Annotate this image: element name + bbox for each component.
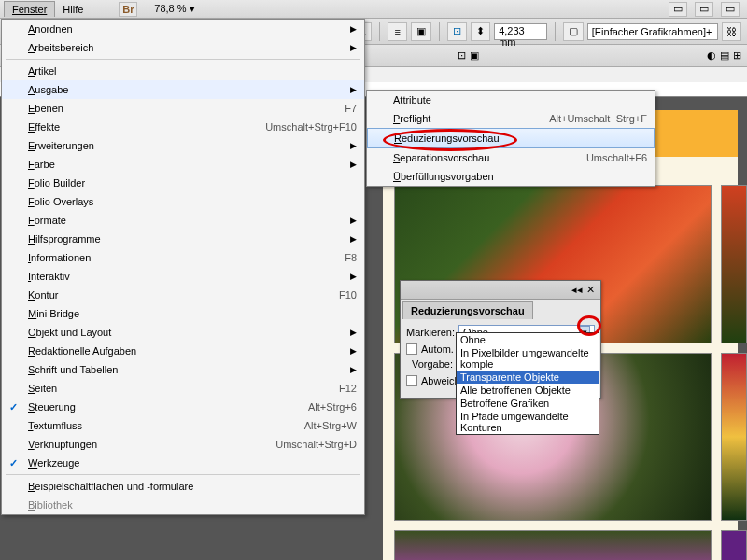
menu-item[interactable]: Beispielschaltflächen und -formulare: [2, 477, 364, 496]
menu-item[interactable]: EffekteUmschalt+Strg+F10: [2, 118, 364, 136]
menu-item[interactable]: EbenenF7: [2, 99, 364, 118]
option-item[interactable]: Betroffene Grafiken: [457, 397, 599, 410]
menu-fenster[interactable]: Fenster: [4, 1, 55, 17]
menu-item[interactable]: Ausgabe▶: [2, 80, 364, 99]
close-icon[interactable]: ✕: [586, 284, 595, 296]
option-item[interactable]: Transparente Objekte: [457, 371, 599, 384]
menu-item[interactable]: Mini Bridge: [2, 304, 364, 323]
frame-style-combo[interactable]: [Einfacher Grafikrahmen]+: [587, 23, 718, 40]
align-icon[interactable]: ≡: [388, 22, 407, 41]
image-frame[interactable]: [721, 353, 747, 521]
option-item[interactable]: Ohne: [457, 333, 599, 346]
menu-item[interactable]: TextumflussAlt+Strg+W: [2, 416, 364, 435]
collapse-icon[interactable]: ◂◂: [571, 284, 583, 296]
menubar: Fenster Hilfe Br 78,8 % ▾ ▭ ▭ ▭: [0, 0, 747, 19]
panel-header[interactable]: ◂◂ ✕: [401, 281, 600, 300]
menu-item[interactable]: ✓Werkzeuge: [2, 454, 364, 472]
menu-item[interactable]: Formate▶: [2, 211, 364, 230]
menu-item[interactable]: Artikel: [2, 62, 364, 80]
fit-icon[interactable]: ⊡: [458, 49, 466, 62]
screen-mode-icon[interactable]: ▭: [669, 2, 687, 17]
ausgabe-submenu: AttributePreflightAlt+Umschalt+Strg+FRed…: [366, 90, 655, 187]
submenu-item[interactable]: Reduzierungsvorschau: [367, 128, 655, 148]
zoom-level[interactable]: 78,8 % ▾: [148, 1, 200, 17]
menu-item[interactable]: Redaktionelle Aufgaben▶: [2, 342, 364, 360]
option-item[interactable]: In Pfade umgewandelte Konturen: [457, 410, 599, 434]
menu-item[interactable]: ✓SteuerungAlt+Strg+6: [2, 398, 364, 416]
menu-item[interactable]: Objekt und Layout▶: [2, 323, 364, 342]
image-frame[interactable]: [721, 185, 747, 343]
menu-item[interactable]: Bibliothek: [2, 496, 364, 514]
menu-item[interactable]: Folio Builder: [2, 174, 364, 192]
menu-hilfe[interactable]: Hilfe: [55, 2, 91, 17]
option-item[interactable]: Alle betroffenen Objekte: [457, 384, 599, 397]
auto-checkbox[interactable]: [406, 343, 417, 355]
link-icon[interactable]: ⬍: [471, 22, 490, 41]
menu-item[interactable]: Anordnen▶: [2, 20, 364, 38]
opt1-icon[interactable]: ◐: [707, 49, 716, 62]
menu-item[interactable]: Schrift und Tabellen▶: [2, 360, 364, 379]
submenu-item[interactable]: Attribute: [367, 91, 655, 109]
deviation-checkbox[interactable]: [406, 375, 417, 386]
deviation-label: Abweich: [421, 375, 460, 386]
mark-options-popup: OhneIn Pixelbilder umgewandelte kompleTr…: [456, 332, 599, 435]
menu-item[interactable]: KonturF10: [2, 286, 364, 304]
image-frame[interactable]: [721, 530, 747, 560]
menu-item[interactable]: Arbeitsbereich▶: [2, 38, 364, 57]
menu-item[interactable]: VerknüpfungenUmschalt+Strg+D: [2, 435, 364, 454]
option-item[interactable]: In Pixelbilder umgewandelte komple: [457, 346, 599, 371]
bridge-icon[interactable]: Br: [119, 2, 137, 17]
menu-item[interactable]: Folio Overlays: [2, 192, 364, 211]
chain-icon[interactable]: ⛓: [722, 22, 741, 41]
submenu-item[interactable]: PreflightAlt+Umschalt+Strg+F: [367, 109, 655, 128]
menu-item[interactable]: Interaktiv▶: [2, 267, 364, 286]
crop-icon[interactable]: ⊡: [447, 22, 467, 41]
menu-item[interactable]: Farbe▶: [2, 155, 364, 174]
fill-icon[interactable]: ▣: [470, 49, 479, 62]
arrange-icon[interactable]: ▭: [695, 2, 713, 17]
image-frame[interactable]: [394, 530, 712, 560]
menu-item[interactable]: SeitenF12: [2, 379, 364, 398]
view-icon[interactable]: ▭: [721, 2, 740, 17]
opt3-icon[interactable]: ⊞: [733, 49, 741, 62]
menu-item[interactable]: Erweiterungen▶: [2, 136, 364, 155]
menu-item[interactable]: InformationenF8: [2, 248, 364, 267]
submenu-item[interactable]: SeparationsvorschauUmschalt+F6: [367, 148, 655, 167]
preset-label: Vorgabe:: [406, 358, 453, 370]
auto-label: Autom.: [421, 343, 454, 355]
menu-item[interactable]: Hilfsprogramme▶: [2, 230, 364, 248]
mark-label: Markieren:: [406, 327, 455, 338]
textwrap-icon[interactable]: ▣: [411, 22, 430, 41]
fenster-dropdown: Anordnen▶Arbeitsbereich▶ArtikelAusgabe▶E…: [1, 19, 365, 515]
submenu-item[interactable]: Überfüllungsvorgaben: [367, 167, 655, 186]
frame-icon[interactable]: ▢: [563, 22, 583, 41]
opt2-icon[interactable]: ▤: [720, 49, 729, 62]
dimension-field[interactable]: 4,233 mm: [494, 23, 547, 40]
panel-tab[interactable]: Reduzierungsvorschau: [402, 301, 533, 319]
